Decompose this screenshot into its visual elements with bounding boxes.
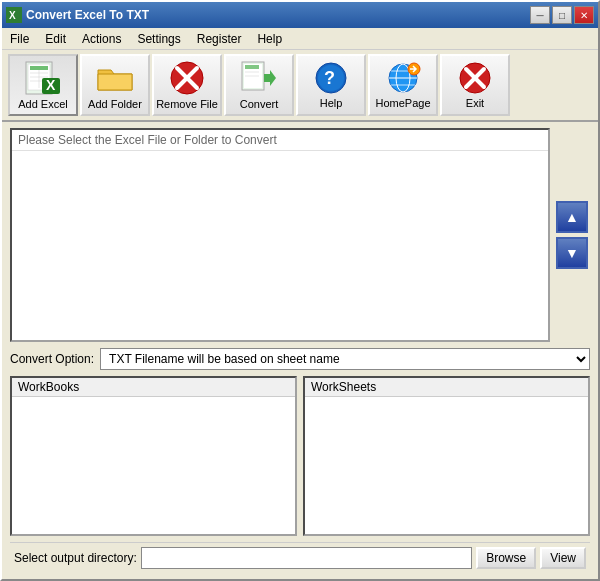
svg-rect-4 bbox=[30, 66, 48, 70]
main-window: X Convert Excel To TXT ─ □ ✕ File Edit A… bbox=[0, 0, 600, 581]
view-button[interactable]: View bbox=[540, 547, 586, 569]
menu-register[interactable]: Register bbox=[189, 30, 250, 48]
exit-label: Exit bbox=[466, 97, 484, 109]
add-folder-button[interactable]: Add Folder bbox=[80, 54, 150, 116]
down-arrow-icon bbox=[565, 245, 579, 261]
menu-bar: File Edit Actions Settings Register Help bbox=[2, 28, 598, 50]
exit-button[interactable]: Exit bbox=[440, 54, 510, 116]
add-excel-icon: X bbox=[24, 60, 62, 96]
convert-icon bbox=[240, 60, 278, 96]
add-excel-button[interactable]: X Add Excel bbox=[8, 54, 78, 116]
file-list-container: Please Select the Excel File or Folder t… bbox=[10, 128, 590, 342]
minimize-button[interactable]: ─ bbox=[530, 6, 550, 24]
move-down-button[interactable] bbox=[556, 237, 588, 269]
help-icon: ? bbox=[314, 61, 348, 95]
help-label: Help bbox=[320, 97, 343, 109]
menu-edit[interactable]: Edit bbox=[37, 30, 74, 48]
title-buttons: ─ □ ✕ bbox=[530, 6, 594, 24]
output-label: Select output directory: bbox=[14, 551, 137, 565]
convert-label: Convert bbox=[240, 98, 279, 110]
worksheets-header: WorkSheets bbox=[305, 378, 588, 397]
title-bar-left: X Convert Excel To TXT bbox=[6, 7, 149, 23]
homepage-button[interactable]: HomePage bbox=[368, 54, 438, 116]
title-bar: X Convert Excel To TXT ─ □ ✕ bbox=[2, 2, 598, 28]
menu-actions[interactable]: Actions bbox=[74, 30, 129, 48]
up-arrow-icon bbox=[565, 209, 579, 225]
file-list-placeholder: Please Select the Excel File or Folder t… bbox=[12, 130, 548, 151]
move-up-button[interactable] bbox=[556, 201, 588, 233]
browse-button[interactable]: Browse bbox=[476, 547, 536, 569]
worksheets-body[interactable] bbox=[305, 397, 588, 534]
svg-rect-16 bbox=[245, 65, 259, 69]
svg-text:X: X bbox=[9, 10, 16, 21]
exit-icon bbox=[458, 61, 492, 95]
close-button[interactable]: ✕ bbox=[574, 6, 594, 24]
output-directory-input[interactable] bbox=[141, 547, 472, 569]
homepage-icon bbox=[384, 61, 422, 95]
window-icon: X bbox=[6, 7, 22, 23]
file-list-panel: Please Select the Excel File or Folder t… bbox=[10, 128, 550, 342]
help-button[interactable]: ? Help bbox=[296, 54, 366, 116]
add-excel-label: Add Excel bbox=[18, 98, 68, 110]
add-folder-label: Add Folder bbox=[88, 98, 142, 110]
convert-option-row: Convert Option: TXT Filename will be bas… bbox=[10, 348, 590, 370]
homepage-label: HomePage bbox=[375, 97, 430, 109]
remove-file-button[interactable]: Remove File bbox=[152, 54, 222, 116]
worksheets-panel: WorkSheets bbox=[303, 376, 590, 536]
nav-buttons bbox=[554, 128, 590, 342]
workbooks-header: WorkBooks bbox=[12, 378, 295, 397]
file-list-body[interactable] bbox=[12, 151, 548, 337]
svg-text:X: X bbox=[46, 77, 56, 93]
workbooks-body[interactable] bbox=[12, 397, 295, 534]
bottom-panels: WorkBooks WorkSheets bbox=[10, 376, 590, 536]
workbooks-panel: WorkBooks bbox=[10, 376, 297, 536]
convert-option-label: Convert Option: bbox=[10, 352, 94, 366]
content-area: Please Select the Excel File or Folder t… bbox=[2, 122, 598, 579]
convert-option-select[interactable]: TXT Filename will be based on sheet name… bbox=[100, 348, 590, 370]
convert-button[interactable]: Convert bbox=[224, 54, 294, 116]
toolbar: X Add Excel Add Folder Remove File bbox=[2, 50, 598, 122]
window-title: Convert Excel To TXT bbox=[26, 8, 149, 22]
remove-file-icon bbox=[169, 60, 205, 96]
svg-text:?: ? bbox=[324, 68, 335, 88]
remove-file-label: Remove File bbox=[156, 98, 218, 110]
output-row: Select output directory: Browse View bbox=[10, 542, 590, 573]
menu-settings[interactable]: Settings bbox=[129, 30, 188, 48]
maximize-button[interactable]: □ bbox=[552, 6, 572, 24]
menu-help[interactable]: Help bbox=[249, 30, 290, 48]
add-folder-icon bbox=[96, 60, 134, 96]
menu-file[interactable]: File bbox=[2, 30, 37, 48]
